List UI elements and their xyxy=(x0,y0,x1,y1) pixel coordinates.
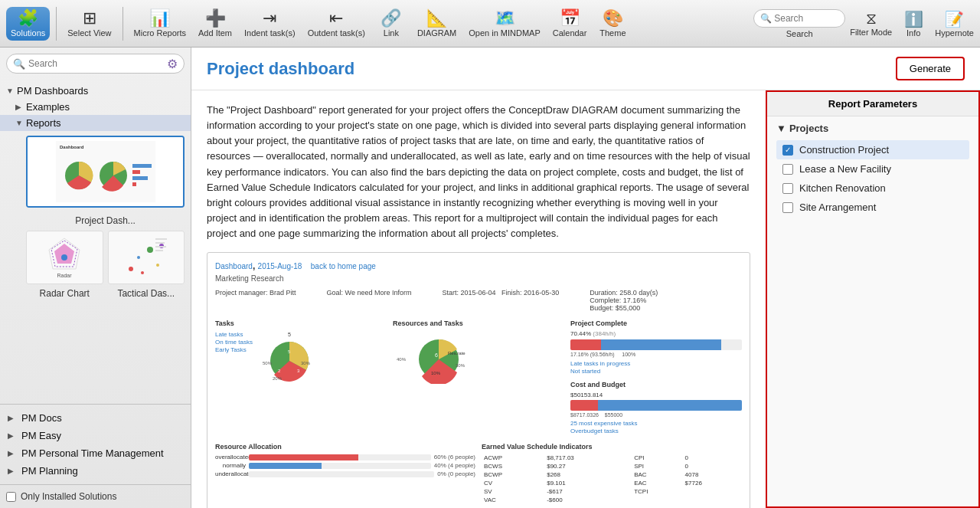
toolbar-right: 🔍 Search ⧖ Filter Mode ℹ️ Info 📝 Hyperno… xyxy=(753,9,974,38)
preview-complete-section: Project Complete 70.44% (384h/h) 17.16% … xyxy=(570,320,742,435)
outdent-tasks-button[interactable]: ⇤ Outdent task(s) xyxy=(303,7,370,41)
projects-section-header[interactable]: ▼ Projects xyxy=(776,123,969,134)
only-installed-checkbox[interactable] xyxy=(6,492,16,502)
solutions-button[interactable]: 🧩 Solutions xyxy=(6,7,50,41)
late-tasks-link[interactable]: Late tasks xyxy=(215,331,253,338)
theme-icon: 🎨 xyxy=(603,10,623,27)
project-lease[interactable]: Lease a New Facility xyxy=(776,159,969,179)
svg-point-15 xyxy=(137,256,140,259)
pm-docs-toggle: ▶ xyxy=(8,414,18,422)
select-view-button[interactable]: ⊞ Select View xyxy=(63,7,116,41)
early-tasks-link[interactable]: Early Tasks xyxy=(215,346,253,353)
svg-text:5: 5 xyxy=(288,332,291,337)
content-header: Project dashboard Generate xyxy=(191,48,980,90)
toolbar-search-box[interactable]: 🔍 xyxy=(753,9,845,28)
most-expensive-link[interactable]: 25 most expensive tasks xyxy=(570,420,742,427)
preview-manager: Project manager: Brad Pitt xyxy=(215,289,296,312)
construction-checkbox[interactable]: ✓ xyxy=(782,145,793,156)
sidebar-item-pm-personal[interactable]: ▶ PM Personal Time Management xyxy=(6,444,185,462)
indent-icon: ⇥ xyxy=(263,10,276,27)
info-button[interactable]: ℹ️ Info xyxy=(897,10,930,38)
add-item-button[interactable]: ➕ Add Item xyxy=(194,7,237,41)
open-mindmap-button[interactable]: 🗺️ Open in MINDMAP xyxy=(464,7,545,41)
tree-toggle-examples: ▶ xyxy=(15,103,26,111)
svg-text:6: 6 xyxy=(435,352,438,358)
underallocated-track xyxy=(249,471,434,477)
sidebar-filter-button[interactable]: ⚙ xyxy=(167,57,178,71)
only-installed-solutions[interactable]: Only Installed Solutions xyxy=(0,484,191,508)
not-started-link[interactable]: Not started xyxy=(570,368,742,375)
task-links: Late tasks On time tasks Early Tasks xyxy=(215,330,253,354)
hypernote-button[interactable]: 📝 Hypernote xyxy=(935,10,974,38)
sidebar-item-pm-easy[interactable]: ▶ PM Easy xyxy=(6,427,185,444)
sidebar-item-pm-dashboards[interactable]: ▼ PM Dashboards xyxy=(0,83,191,99)
reports-label: Reports xyxy=(26,117,185,129)
svg-text:Radar: Radar xyxy=(57,273,73,278)
underallocated-count: 0% (0 people) xyxy=(437,470,475,477)
svg-text:40%: 40% xyxy=(397,357,407,362)
svg-rect-23 xyxy=(155,250,163,251)
kitchen-checkbox[interactable] xyxy=(782,183,793,194)
underallocated-row: underallocated 0% (0 people) xyxy=(215,470,475,477)
cost-values: $8717.0326 $55000 xyxy=(570,412,742,418)
cost-budget-title: Cost and Budget xyxy=(570,381,742,388)
add-item-icon: ➕ xyxy=(205,10,226,27)
svg-text:Res.rate: Res.rate xyxy=(448,351,466,356)
tactical-svg xyxy=(123,234,169,280)
indent-tasks-button[interactable]: ⇥ Indent task(s) xyxy=(240,7,300,41)
link-button[interactable]: 🔗 Link xyxy=(373,7,410,41)
diagram-icon: 📐 xyxy=(426,10,447,27)
normally-track xyxy=(249,463,431,469)
radar-chart-thumbnail[interactable]: Radar Radar Chart xyxy=(26,231,103,300)
diagram-button[interactable]: 📐 DIAGRAM xyxy=(413,7,461,41)
content-description: The "Project Dashboard" report generated… xyxy=(207,103,750,241)
sidebar-search-icon: 🔍 xyxy=(13,58,25,70)
tactical-dash-thumbnail[interactable]: Tactical Das... xyxy=(108,231,185,300)
normally-label: normally xyxy=(215,462,246,469)
sidebar-item-pm-planning[interactable]: ▶ PM Planning xyxy=(6,462,185,480)
sidebar-item-reports[interactable]: ▼ Reports xyxy=(0,115,191,131)
preview-meta: Project manager: Brad Pitt Goal: We need… xyxy=(215,289,742,312)
toolbar-search-input[interactable] xyxy=(774,13,838,24)
preview-subtitle: Marketing Research xyxy=(215,274,742,283)
theme-button[interactable]: 🎨 Theme xyxy=(594,7,631,41)
project-dash-card[interactable]: Dashboard xyxy=(26,136,185,208)
sidebar-tree: ▼ PM Dashboards ▶ Examples ▼ Reports xyxy=(0,80,191,404)
lease-checkbox[interactable] xyxy=(782,164,793,175)
overallocated-track xyxy=(249,454,431,460)
project-kitchen[interactable]: Kitchen Renovation xyxy=(776,179,969,198)
hypernote-icon: 📝 xyxy=(945,10,964,28)
svg-rect-20 xyxy=(155,238,167,240)
sidebar-item-pm-docs[interactable]: ▶ PM Docs xyxy=(6,409,185,427)
micro-reports-button[interactable]: 📊 Micro Reports xyxy=(129,7,191,41)
overbudget-link[interactable]: Overbudget tasks xyxy=(570,428,742,434)
project-construction[interactable]: ✓ Construction Project xyxy=(776,140,969,159)
thumbnail-project-dash[interactable]: Dashboard xyxy=(0,131,191,228)
svg-text:20%: 20% xyxy=(273,376,283,381)
page-title: Project dashboard xyxy=(207,59,354,79)
filter-mode-button[interactable]: ⧖ Filter Mode xyxy=(850,10,892,37)
calendar-button[interactable]: 📅 Calendar xyxy=(548,7,592,41)
overallocated-label: overallocated xyxy=(215,454,246,460)
late-bar xyxy=(570,339,601,350)
underallocated-label: underallocated xyxy=(215,470,246,477)
svg-text:Dashboard: Dashboard xyxy=(60,145,84,149)
sidebar-search-input[interactable] xyxy=(28,58,164,69)
svg-marker-9 xyxy=(54,244,74,264)
generate-button[interactable]: Generate xyxy=(896,57,965,80)
normally-fill xyxy=(249,463,322,469)
site-checkbox[interactable] xyxy=(782,202,793,213)
overallocated-fill xyxy=(249,454,358,460)
preview-home-link[interactable]: back to home page xyxy=(311,262,376,270)
svg-rect-7 xyxy=(132,182,136,186)
cost-bar-blue xyxy=(598,400,742,411)
cost-bar-track xyxy=(570,400,742,411)
svg-rect-4 xyxy=(132,164,152,168)
project-site[interactable]: Site Arrangement xyxy=(776,198,969,217)
on-time-tasks-link[interactable]: On time tasks xyxy=(215,339,253,346)
late-tasks-in-progress-link[interactable]: Late tasks in progress xyxy=(570,360,742,367)
content-main: The "Project Dashboard" report generated… xyxy=(191,90,766,508)
overallocated-row: overallocated 60% (6 people) xyxy=(215,454,475,460)
pm-easy-toggle: ▶ xyxy=(8,431,18,440)
sidebar-item-examples[interactable]: ▶ Examples xyxy=(0,99,191,115)
